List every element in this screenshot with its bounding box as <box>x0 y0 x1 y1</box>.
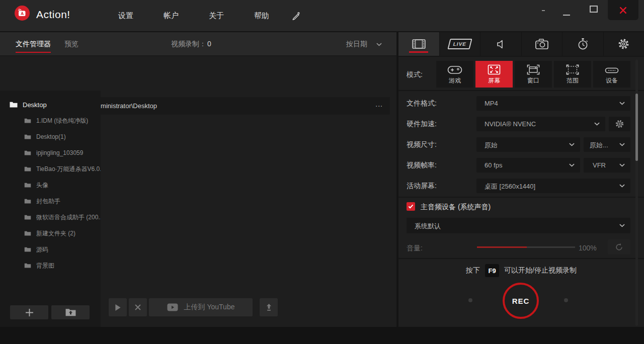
tab-preview[interactable]: 预览 <box>64 40 78 49</box>
decorative-dot <box>564 298 568 302</box>
menu-about[interactable]: 关于 <box>194 11 239 21</box>
folder-icon <box>24 166 31 171</box>
tree-item[interactable]: TieBao·万能通杀器V6.0... <box>0 161 101 177</box>
mode-device-button[interactable]: 设备 <box>593 61 630 88</box>
decorative-dot <box>468 298 472 302</box>
tree-item[interactable]: 背景图 <box>0 257 101 274</box>
folder-icon <box>24 247 31 252</box>
hw-accel-dropdown[interactable]: NVIDIA® NVENC <box>476 117 605 131</box>
upload-button[interactable] <box>260 298 278 316</box>
sort-by-dropdown[interactable]: 按日期 <box>346 40 367 49</box>
tray-minimize-icon[interactable] <box>542 10 545 11</box>
tab-file-manager[interactable]: 文件管理器 <box>16 40 51 49</box>
folder-icon <box>24 231 31 236</box>
volume-slider-fill <box>477 246 527 248</box>
play-icon <box>115 304 121 311</box>
upload-youtube-label: 上传到 YouTube <box>184 303 235 312</box>
framerate-mode-dropdown[interactable]: VFR <box>584 158 630 173</box>
settings-tab-icon <box>617 38 630 50</box>
delete-icon <box>134 304 141 311</box>
primary-audio-checkbox[interactable] <box>407 202 415 211</box>
chevron-down-icon <box>619 102 625 105</box>
divider <box>398 197 644 198</box>
chevron-down-icon <box>619 163 625 167</box>
tree-item[interactable]: 新建文件夹 (2) <box>0 225 101 241</box>
active-screen-dropdown[interactable]: 桌面 [2560x1440] <box>476 179 630 193</box>
delete-button[interactable] <box>129 298 147 316</box>
hotkey-hint: 按下 F9 可以开始/停止视频录制 <box>398 264 644 278</box>
open-folder-icon <box>65 308 76 316</box>
minimize-icon[interactable] <box>563 15 570 16</box>
tab-settings[interactable] <box>604 32 644 56</box>
folder-icon <box>24 263 31 268</box>
volume-percent: 100% <box>579 244 597 252</box>
tree-item[interactable]: 封包助手 <box>0 193 101 209</box>
folder-path-input[interactable]: C:\Users\Administrator\Desktop ... <box>53 97 390 115</box>
tree-item-root[interactable]: Desktop <box>0 97 101 113</box>
video-size-dropdown[interactable]: 原始 <box>476 137 580 152</box>
framerate-label: 视频帧率: <box>407 161 437 170</box>
action-logo-icon <box>15 6 30 21</box>
recordings-label: 视频录制： <box>171 40 206 49</box>
play-button[interactable] <box>109 298 127 316</box>
file-manager-panel: 文件管理器 预览 视频录制： 0 按日期 文件夹: C:\Users\Admin… <box>0 32 396 327</box>
check-icon <box>408 204 414 209</box>
mode-region-icon <box>566 64 579 75</box>
folder-icon <box>24 134 31 139</box>
folder-icon <box>24 215 31 220</box>
folder-tree-list: Desktop 1.IDM (绿色纯净版) Desktop(1) ipjingl… <box>0 97 101 278</box>
maximize-icon[interactable] <box>590 6 598 13</box>
audio-device-dropdown[interactable]: 系统默认 <box>407 218 630 233</box>
tree-item[interactable]: 微软语音合成助手 (200... <box>0 209 101 225</box>
app-logo <box>15 6 30 21</box>
mode-game-button[interactable]: 游戏 <box>436 61 473 88</box>
framerate-dropdown[interactable]: 60 fps <box>476 158 580 173</box>
chevron-down-icon <box>619 143 625 146</box>
hw-accel-settings-button[interactable] <box>609 117 630 131</box>
tab-live-streaming[interactable]: LIVE <box>440 32 481 56</box>
tree-item[interactable]: 头像 <box>0 177 101 193</box>
reset-icon <box>615 243 623 251</box>
chevron-down-icon <box>569 143 575 146</box>
volume-slider[interactable] <box>477 246 575 248</box>
add-icon <box>25 308 34 317</box>
mode-device-icon <box>605 66 619 75</box>
tree-item[interactable]: 源码 <box>0 241 101 257</box>
menu-settings[interactable]: 设置 <box>103 11 148 21</box>
chevron-down-icon[interactable] <box>376 43 382 46</box>
folder-tree: Desktop 1.IDM (绿色纯净版) Desktop(1) ipjingl… <box>0 91 101 327</box>
hotkey-keycap: F9 <box>485 264 499 277</box>
mode-region-button[interactable]: 范围 <box>554 61 591 88</box>
timer-tab-icon <box>577 38 589 50</box>
video-tab-icon <box>412 39 426 49</box>
recordings-count: 0 <box>207 40 211 48</box>
add-folder-button[interactable] <box>10 305 48 319</box>
menu-account[interactable]: 帐户 <box>148 11 194 21</box>
tab-video-recording[interactable] <box>398 32 440 56</box>
video-size-secondary-dropdown[interactable]: 原始... <box>584 137 630 152</box>
tree-item[interactable]: 1.IDM (绿色纯净版) <box>0 113 101 129</box>
rec-button[interactable]: REC <box>503 283 539 319</box>
tab-screenshot[interactable] <box>522 32 563 56</box>
file-format-dropdown[interactable]: MP4 <box>476 96 630 111</box>
mode-window-button[interactable]: 窗口 <box>515 61 552 88</box>
audio-tab-icon <box>495 38 507 50</box>
volume-reset-button[interactable] <box>608 239 630 254</box>
menu-help[interactable]: 帮助 <box>239 11 284 21</box>
tree-item[interactable]: Desktop(1) <box>0 129 101 145</box>
open-folder-button[interactable] <box>51 305 90 319</box>
chevron-down-icon <box>594 122 600 126</box>
scrollbar-thumb[interactable] <box>635 94 638 161</box>
upload-youtube-button[interactable]: 上传到 YouTube <box>149 298 253 316</box>
main-menu: 设置 帐户 关于 帮助 <box>103 0 284 31</box>
tree-item[interactable]: ipjingling_103059 <box>0 145 101 161</box>
file-panel-header: 文件管理器 预览 视频录制： 0 按日期 <box>0 32 396 56</box>
tab-audio-recording[interactable] <box>480 32 522 56</box>
browse-button[interactable]: ... <box>375 100 383 108</box>
tab-timer[interactable] <box>562 32 604 56</box>
close-button[interactable] <box>608 0 638 20</box>
titlebar: Action! 设置 帐户 关于 帮助 <box>0 0 644 31</box>
pen-icon[interactable] <box>289 9 303 22</box>
mode-screen-button[interactable]: 屏幕 <box>475 61 513 88</box>
folder-icon <box>24 150 31 155</box>
